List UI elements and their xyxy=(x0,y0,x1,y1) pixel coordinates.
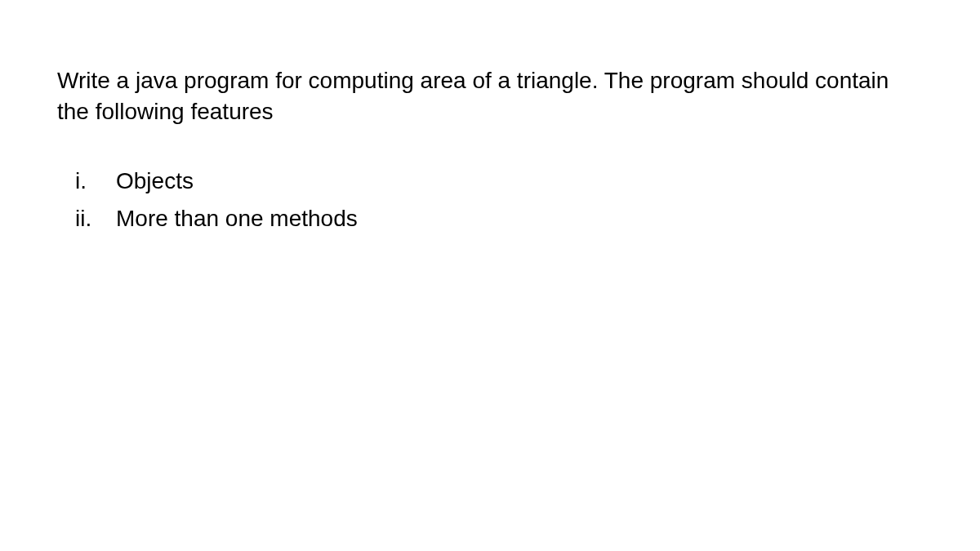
question-intro: Write a java program for computing area … xyxy=(57,65,923,127)
list-marker: ii. xyxy=(75,202,116,236)
feature-list: i. Objects ii. More than one methods xyxy=(57,164,923,236)
list-item-text: More than one methods xyxy=(116,202,923,236)
list-item: i. Objects xyxy=(75,164,923,198)
list-marker: i. xyxy=(75,164,116,198)
list-item-text: Objects xyxy=(116,164,923,198)
list-item: ii. More than one methods xyxy=(75,202,923,236)
